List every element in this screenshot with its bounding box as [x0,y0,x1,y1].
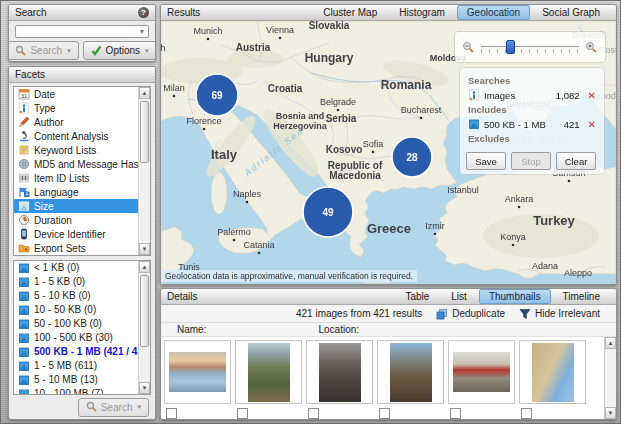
chevron-down-icon[interactable]: ▾ [136,27,148,36]
facet-item-size[interactable]: Size [14,199,150,213]
facet-item-export-sets[interactable]: Export Sets [14,241,150,255]
scroll-up-icon[interactable]: ▲ [139,87,150,99]
map-zoom-slider[interactable] [455,32,605,62]
search-combobox[interactable]: ▾ [15,25,149,38]
size-item-3[interactable]: 10 - 50 KB (0) [14,303,150,317]
tab-timeline[interactable]: Timeline [553,289,610,304]
size-item-4[interactable]: 50 - 100 KB (0) [14,317,150,331]
cluster-bubble-count: 28 [406,152,418,163]
size-item-5[interactable]: 100 - 500 KB (30) [14,331,150,345]
results-panel-title: Results [167,7,200,18]
thumbnail-card-baroque-church-facade[interactable] [519,340,586,404]
size-item-1[interactable]: 1 - 5 KB (0) [14,275,150,289]
clear-button[interactable]: Clear [556,152,596,170]
size-item-2[interactable]: 5 - 10 KB (0) [14,289,150,303]
facet-search-button[interactable]: Search▾ [78,398,149,417]
thumbnail-photo-narrow-alley-old-town[interactable] [390,343,432,402]
thumbnail-photo-baroque-church-facade[interactable] [532,343,574,402]
size-icon [18,360,30,372]
tab-list[interactable]: List [441,289,477,304]
remove-criteria-icon[interactable]: ✕ [588,119,596,130]
size-item-0[interactable]: < 1 KB (0) [14,261,150,275]
thumbnail-photo-cobbled-street-timber-houses[interactable] [319,343,361,402]
tab-table[interactable]: Table [395,289,439,304]
thumbnail-checkbox[interactable] [521,408,532,419]
details-panel: Details TableListThumbnailsTimeline 421 … [160,288,617,420]
thumbnail-card-old-town-street-flowers[interactable] [235,340,302,404]
map-label-munich: Munich [193,26,222,36]
thumbnail-photo-house-wall-flower-boxes[interactable] [453,352,510,392]
zoom-in-icon[interactable] [585,41,598,54]
facets-panel-header: Facets [9,67,155,83]
zoom-track[interactable] [481,40,579,54]
cluster-bubble-69[interactable]: 69 [196,74,238,116]
stop-button[interactable]: Stop [511,152,551,170]
thumbnail-photo-seaside-sunset-landscape[interactable] [169,352,226,392]
size-item-7[interactable]: 1 - 5 MB (611) [14,359,150,373]
size-icon [18,262,30,274]
facet-item-keyword-lists[interactable]: Keyword Lists [14,143,150,157]
location-label: Location: [318,324,359,335]
map-label-slovakia: Slovakia [309,21,350,31]
facet-item-date[interactable]: 31Date [14,87,150,101]
magnifier-icon [15,45,27,57]
tab-thumbnails[interactable]: Thumbnails [479,289,551,304]
thumbnail-checkbox[interactable] [379,408,390,419]
geolocation-map[interactable]: SlovakiaAustriaHungaryRomaniaCroatiaSerb… [161,21,616,284]
cluster-bubble-49[interactable]: 49 [303,187,353,237]
thumbnail-card-cobbled-street-timber-houses[interactable] [306,340,373,404]
cluster-bubble-28[interactable]: 28 [392,137,432,177]
facet-item-md5-and-message-hash[interactable]: MD5 and Message Hash [14,157,150,171]
size-item-9[interactable]: 10 - 100 MB (7) [14,387,150,395]
thumbnail-checkbox[interactable] [166,408,177,419]
facet-item-device-identifier[interactable]: Device Identifier [14,227,150,241]
scroll-down-icon[interactable]: ▼ [139,382,150,394]
search-input[interactable] [16,26,136,37]
facet-item-item-id-lists[interactable]: Item ID Lists [14,171,150,185]
criteria-label: Images [484,90,515,101]
facet-item-duration[interactable]: Duration [14,213,150,227]
cluster-bubble-count: 49 [322,207,334,218]
facet-item-type[interactable]: Type [14,101,150,115]
deduplicate-button[interactable]: Deduplicate [436,308,505,320]
tab-cluster-map[interactable]: Cluster Map [313,5,387,20]
remove-criteria-icon[interactable]: ✕ [588,90,596,101]
facet-list-scrollbar[interactable]: ▲▼ [138,87,150,255]
scroll-up-icon[interactable]: ▲ [605,337,616,349]
tab-geolocation[interactable]: Geolocation [457,5,530,20]
map-label-izmir: Izmir [425,221,445,231]
zoom-out-icon[interactable] [462,41,475,54]
tab-social-graph[interactable]: Social Graph [532,5,610,20]
cluster-bubble-count: 69 [211,90,223,101]
zoom-thumb[interactable] [506,40,515,54]
thumbnail-photo-old-town-street-flowers[interactable] [248,343,290,402]
help-icon[interactable]: ? [138,7,149,18]
thumbnail-checkbox[interactable] [308,408,319,419]
options-button[interactable]: Options▾ [83,41,156,60]
tab-histogram[interactable]: Histogram [389,5,455,20]
thumbnail-card-house-wall-flower-boxes[interactable] [448,340,515,404]
facet-item-content-analysis[interactable]: Content Analysis [14,129,150,143]
map-status-text: Geolocation data is approximative, manua… [161,270,417,282]
thumbnail-card-narrow-alley-old-town[interactable] [377,340,444,404]
scroll-down-icon[interactable]: ▼ [605,407,616,419]
thumbnail-card-seaside-sunset-landscape[interactable] [164,340,231,404]
size-list-scrollbar[interactable]: ▲▼ [138,261,150,394]
map-city-dot [233,239,236,242]
hide-irrelevant-button[interactable]: Hide Irrelevant [519,308,600,320]
scroll-up-icon[interactable]: ▲ [139,261,150,273]
size-item-6[interactable]: 500 KB - 1 MB (421 / 421) [14,345,150,359]
save-button[interactable]: Save [466,152,506,170]
search-button[interactable]: Search▾ [8,41,79,60]
details-scrollbar[interactable]: ▲ ▼ [604,337,616,419]
scroll-down-icon[interactable]: ▼ [139,243,150,255]
map-label-hungary: Hungary [305,51,354,65]
thumbnail-checkbox[interactable] [237,408,248,419]
thumbnail-checkbox[interactable] [450,408,461,419]
map-label-romania: Romania [381,78,432,92]
facet-item-language[interactable]: ALanguage [14,185,150,199]
map-city-dot [337,109,340,112]
facet-item-label: Duration [34,215,72,226]
facet-item-author[interactable]: Author [14,115,150,129]
size-item-8[interactable]: 5 - 10 MB (13) [14,373,150,387]
